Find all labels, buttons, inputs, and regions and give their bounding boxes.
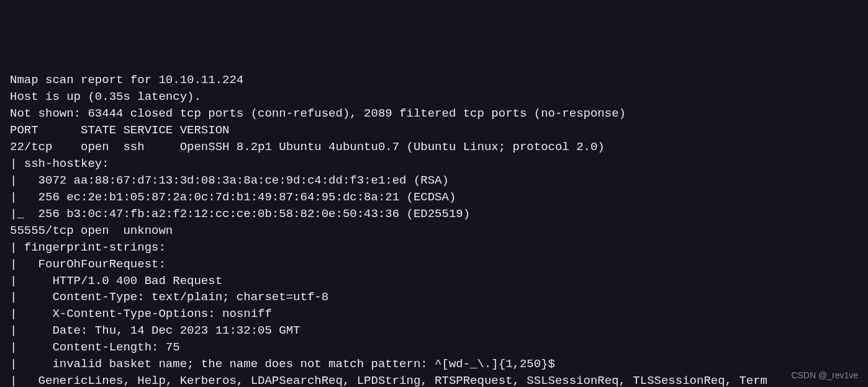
terminal-line: | HTTP/1.0 400 Bad Request [10,274,222,288]
terminal-line: PORT STATE SERVICE VERSION [10,123,229,137]
terminal-line: | Content-Length: 75 [10,340,180,354]
terminal-line: | Content-Type: text/plain; charset=utf-… [10,290,328,304]
terminal-line: | fingerprint-strings: [10,241,173,254]
terminal-line: | FourOhFourRequest: [10,257,173,271]
terminal-line: Nmap scan report for 10.10.11.224 [10,73,243,87]
terminal-line: | invalid basket name; the name does not… [10,357,555,371]
terminal-line: | Date: Thu, 14 Dec 2023 11:32:05 GMT [10,324,300,337]
terminal-line: | ssh-hostkey: [10,157,116,171]
terminal-line: Host is up (0.35s latency). [10,90,201,104]
terminal-line: |_ 256 b3:0c:47:fb:a2:f2:12:cc:ce:0b:58:… [10,207,470,221]
terminal-line: | X-Content-Type-Options: nosniff [10,307,272,321]
terminal-line: | 3072 aa:88:67:d7:13:3d:08:3a:8a:ce:9d:… [10,174,449,187]
terminal-line: 22/tcp open ssh OpenSSH 8.2p1 Ubuntu 4ub… [10,140,605,154]
terminal-line: Not shown: 63444 closed tcp ports (conn-… [10,107,626,120]
terminal-output[interactable]: Nmap scan report for 10.10.11.224 Host i… [10,72,858,387]
terminal-line: | GenericLines, Help, Kerberos, LDAPSear… [10,374,767,387]
terminal-line: 55555/tcp open unknown [10,224,173,238]
watermark: CSDN @_rev1ve [791,370,858,382]
terminal-line: | 256 ec:2e:b1:05:87:2a:0c:7d:b1:49:87:6… [10,190,456,204]
